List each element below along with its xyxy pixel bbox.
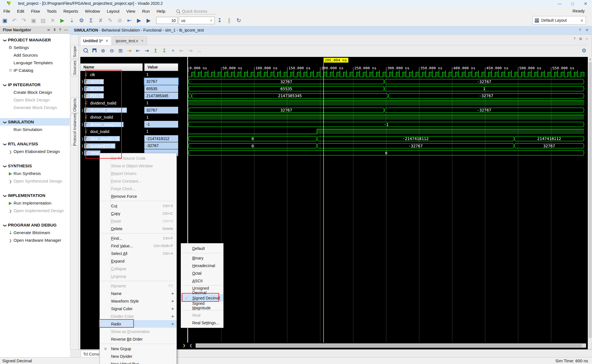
menu-item-new-virtual-bus[interactable]: ⌁New Virtual Bus [100,360,176,364]
close-panel-icon[interactable]: ✕ [586,26,589,34]
flow-item-create-block-design[interactable]: Create Block Design [0,88,70,96]
signal-value-divisor-tvalid[interactable]: 1 [144,114,178,121]
menu-item-octal[interactable]: Octal [181,269,223,277]
menu-item-copy[interactable]: CopyCtrl+C [100,210,176,217]
find-icon[interactable] [81,48,90,54]
menu-item-real-settings[interactable]: Real Settings... [181,319,223,327]
flow-section-synthesis[interactable]: ❯SYNTHESIS [0,162,70,170]
redo-icon[interactable]: ↷ [19,16,29,25]
signal-value-dout-tvalid[interactable]: 1 [144,128,178,135]
menu-item-signed-magnitude[interactable]: Signed Magnitude [181,302,223,309]
edit-icon[interactable]: ✎ [105,16,115,25]
menu-help[interactable]: Help [153,7,169,15]
menu-item-cut[interactable]: CutCtrl+X [100,202,176,210]
flow-item-ip-catalog[interactable]: ⌑IP Catalog [0,66,70,74]
run-icon[interactable]: ▶ [58,16,67,25]
flow-section-rtl-analysis[interactable]: ❯RTL ANALYSIS [0,140,70,148]
minimize-button[interactable]: — [553,0,566,7]
previous-transition-icon[interactable]: ⇤ [134,48,142,54]
menu-tools[interactable]: Tools [43,7,60,15]
float-window-icon[interactable]: ⧉ [579,37,582,41]
generate-bitstream-icon[interactable]: ⇣ [67,16,77,25]
side-tab-protocol-instances[interactable]: Protocol Instances [70,114,78,146]
flow-item-run-synthesis[interactable]: ▶Run Synthesis [0,170,70,177]
signal-value-divisor-tdata-15-0[interactable]: -1 [144,121,178,128]
menu-item-signal-color[interactable]: Signal Color▶ [100,305,176,312]
help-icon[interactable]: ? [579,26,581,34]
add-cursor-icon[interactable]: + [169,48,177,54]
tab-tcl-console[interactable]: Tcl Console [81,350,99,358]
menu-item-select-all[interactable]: Select AllCtrl+A [100,250,176,257]
help-icon[interactable]: ? [59,26,61,34]
flow-item-open-synthesized-design[interactable]: ❯Open Synthesized Design [0,177,70,185]
flow-section-ip-integrator[interactable]: ❯IP INTEGRATOR [0,81,70,88]
previous-marker-icon[interactable]: ⇤ [177,48,186,54]
vertical-scrollbar[interactable]: ∧ [588,57,592,343]
tab-untitled-1[interactable]: Untitled 1*✕ [80,36,111,45]
zoom-fit-icon[interactable]: ⊞ [116,48,125,54]
wave-settings-gear-icon[interactable]: ⚙ [582,47,586,54]
maximize-panel-icon[interactable]: ⌐ [586,37,588,41]
menu-item-expand[interactable]: Expand [100,257,176,265]
flow-item-run-implementation[interactable]: ▶Run Implementation [0,199,70,207]
expand-arrow-icon[interactable]: ❯ [80,108,84,112]
menu-file[interactable]: File [0,7,14,15]
zoom-to-cursor-icon[interactable]: ⇥ [125,48,134,54]
open-project-icon[interactable]: ▣ [0,16,10,25]
signal-value-b-15-0[interactable]: 65535 [144,85,178,92]
menu-item-binary[interactable]: Binary [181,254,223,262]
signal-value-quotient-15-0[interactable]: -32767 [144,142,178,149]
help-icon[interactable]: ? [573,37,575,41]
menu-item-name[interactable]: Name▶ [100,290,176,297]
cancel-icon[interactable]: ✘ [96,16,105,25]
flow-item-generate-block-design[interactable]: Generate Block Design [0,104,70,111]
expand-arrow-icon[interactable]: ❯ [80,151,84,155]
restart-sim-icon[interactable]: ⇤ [125,16,134,25]
signal-value-dout-tdata-31-0[interactable]: -2147418112 [144,135,178,142]
time-unit-select[interactable]: us ∨ [179,17,215,24]
step-icon[interactable]: ↧ [215,16,224,25]
close-button[interactable]: ✕ [579,0,592,7]
expand-arrow-icon[interactable]: ❯ [80,80,84,83]
menu-item-reverse-bit-order[interactable]: Reverse Bit Order [100,335,176,343]
side-tab-objects[interactable]: Objects [70,97,78,113]
menu-item-new-group[interactable]: ⧈New Group [100,345,176,352]
flow-item-open-block-design[interactable]: Open Block Design [0,96,70,104]
undo-icon[interactable]: ↶ [10,16,19,25]
signal-value-dividend-tdata-15-0[interactable]: 32767 [144,107,178,114]
maximize-button[interactable]: □ [566,0,579,7]
menu-view[interactable]: View [123,7,139,15]
flow-item-settings[interactable]: ⚙Settings [0,44,70,51]
menu-item-remove-force[interactable]: Remove Force [100,192,176,200]
collapse-all-icon[interactable]: ≍ [47,26,50,34]
signal-value-p-31-0[interactable]: 2147385345 [144,92,178,99]
menu-item-new-divider[interactable]: New Divider [100,352,176,360]
menu-item-ascii[interactable]: ASCII [181,277,223,285]
side-tab-scope[interactable]: Scope [70,45,78,59]
expand-all-icon[interactable]: ⇕ [53,26,56,34]
menu-reports[interactable]: Reports [60,7,82,15]
expand-arrow-icon[interactable]: ❯ [80,137,84,141]
scroll-right-icon[interactable]: ❯ [183,343,185,347]
menu-layout[interactable]: Layout [103,7,123,15]
no-edit-icon[interactable]: ⊘ [115,16,125,25]
settings-icon[interactable]: ⚙ [77,16,86,25]
side-tab-sources[interactable]: Sources [70,60,78,76]
scroll-left-icon[interactable]: ❮ [189,343,192,347]
expand-arrow-icon[interactable]: ❯ [80,123,84,126]
swap-cursor-up-icon[interactable]: ↥ [151,48,160,54]
expand-arrow-icon[interactable]: ❯ [80,144,84,148]
flow-item-add-sources[interactable]: Add Sources [0,51,70,59]
menu-window[interactable]: Window [81,7,103,15]
next-transition-icon[interactable]: ⇥ [142,48,151,54]
signal-value-a-15-0[interactable]: 32767 [144,78,178,85]
run-all-icon[interactable]: ▶ [134,16,144,25]
layout-selector[interactable]: Default Layout ∨ [532,16,586,25]
flow-item-open-elaborated-design[interactable]: ❯Open Elaborated Design [0,148,70,155]
flow-item-generate-bitstream[interactable]: ⇣Generate Bitstream [0,229,70,236]
menu-item-find[interactable]: Find...Ctrl+F [100,234,176,242]
close-tab-icon[interactable]: ✕ [105,37,108,45]
scroll-up-icon[interactable]: ∧ [588,57,592,61]
menu-item-hexadecimal[interactable]: Hexadecimal [181,262,223,269]
signal-value-dividend-tvalid[interactable]: 1 [144,99,178,106]
